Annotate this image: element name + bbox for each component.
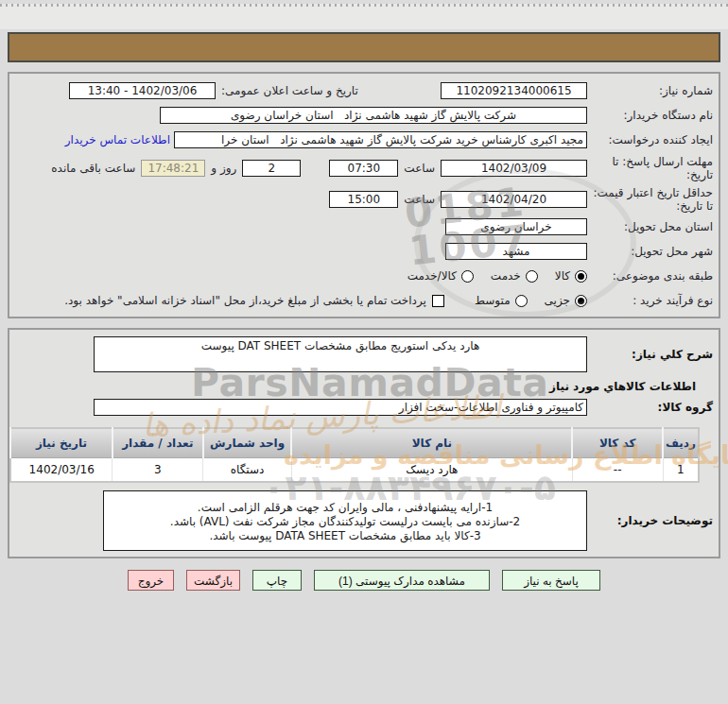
buyer-note-line: 2-سازنده می بایست درلیست تولیدکنندگان مج… bbox=[170, 515, 520, 529]
row-purchase-process: نوع فرآیند خرید : جزیی متوسط پرداخت تمام… bbox=[9, 288, 719, 313]
process-medium-label: متوسط bbox=[475, 294, 511, 307]
need-description-label: شرح کلي نیاز: bbox=[587, 348, 713, 361]
goods-group-label: گروه کالا: bbox=[587, 401, 713, 414]
remaining-days-field: 2 bbox=[242, 160, 301, 177]
response-deadline-time-field[interactable]: 07:30 bbox=[329, 160, 398, 177]
category-goods-label: کالا bbox=[555, 269, 570, 283]
row-need-description: شرح کلي نیاز: هارد یدکی استوریج مطابق مش… bbox=[9, 335, 719, 374]
buyer-note-line: 1-ارایه پیشنهادفنی ، مالی وایران کد جهت … bbox=[198, 501, 493, 515]
row-delivery-province: استان محل تحویل: خراسان رضوی bbox=[9, 215, 719, 239]
cell-row-number: 1 bbox=[663, 457, 699, 482]
buyer-contact-link[interactable]: اطلاعات تماس خریدار bbox=[65, 133, 170, 146]
cell-unit: دستگاه bbox=[203, 457, 292, 482]
buyer-org-label: نام دستگاه خریدار: bbox=[587, 109, 713, 122]
remaining-time-label: ساعت باقی مانده bbox=[51, 162, 135, 175]
deadline-hour-label: ساعت bbox=[404, 162, 435, 175]
row-goods-group: گروه کالا: کامپیوتر و فناوری اطلاعات-سخت… bbox=[9, 397, 719, 418]
col-header-item-name: نام کالا bbox=[291, 428, 572, 457]
response-deadline-date-field[interactable]: 1402/03/09 bbox=[441, 160, 587, 177]
row-price-validity: حداقل تاریخ اعتبار قیمت: تا تاریخ: 1402/… bbox=[9, 183, 719, 215]
category-goods-radio[interactable] bbox=[575, 270, 587, 283]
purchase-process-label: نوع فرآیند خرید : bbox=[587, 294, 713, 307]
respond-to-need-button[interactable]: پاسخ به نیاز bbox=[502, 570, 600, 591]
col-header-row-number: ردیف bbox=[663, 428, 699, 457]
delivery-city-field[interactable]: مشهد bbox=[445, 243, 587, 260]
process-medium-radio[interactable] bbox=[515, 295, 528, 307]
remaining-days-label: روز و bbox=[211, 162, 236, 175]
delivery-city-label: شهر محل تحویل: bbox=[587, 245, 713, 258]
col-header-need-date: تاریخ نیاز bbox=[10, 428, 113, 457]
items-section-heading: اطلاعات کالاهاي مورد نیاز bbox=[9, 374, 719, 397]
cell-item-name: هارد دیسک bbox=[291, 457, 572, 482]
delivery-province-label: استان محل تحویل: bbox=[587, 220, 713, 233]
table-row: 1 -- هارد دیسک دستگاه 3 1402/03/16 bbox=[10, 457, 699, 482]
goods-info-panel: شرح کلي نیاز: هارد یدکی استوریج مطابق مش… bbox=[8, 328, 720, 558]
page-title-bar bbox=[8, 32, 720, 62]
row-buyer-org: نام دستگاه خریدار: شرکت پالایش گاز شهید … bbox=[9, 103, 719, 128]
back-button[interactable]: بازگشت bbox=[186, 570, 240, 591]
price-validity-time-field[interactable]: 15:00 bbox=[329, 191, 398, 208]
price-validity-date-field[interactable]: 1402/04/20 bbox=[441, 191, 587, 208]
action-buttons-row: پاسخ به نیاز مشاهده مدارک پیوستی (1) چاپ… bbox=[0, 570, 728, 591]
subject-category-label: طبقه بندی موضوعی: bbox=[587, 269, 713, 283]
exit-button[interactable]: خروج bbox=[128, 570, 174, 591]
need-number-field[interactable]: 1102092134000615 bbox=[441, 82, 587, 99]
items-table: ردیف کد کالا نام کالا واحد شمارش تعداد /… bbox=[9, 427, 700, 483]
process-minor-label: جزیی bbox=[545, 294, 570, 307]
col-header-quantity: تعداد / مقدار bbox=[113, 428, 203, 457]
buyer-notes-label: توضیحات خریدار: bbox=[587, 514, 713, 527]
view-attached-docs-button[interactable]: مشاهده مدارک پیوستی (1) bbox=[314, 570, 490, 591]
price-validity-hour-label: ساعت bbox=[404, 193, 435, 206]
col-header-item-code: کد کالا bbox=[572, 428, 663, 457]
cell-quantity: 3 bbox=[113, 457, 203, 482]
row-requester: ایجاد کننده درخواست: مجید اکبری کارشناس … bbox=[9, 128, 719, 152]
need-info-panel: شماره نیاز: 1102092134000615 تاریخ و ساع… bbox=[8, 72, 720, 318]
row-delivery-city: شهر محل تحویل: مشهد bbox=[9, 239, 719, 264]
price-validity-label: حداقل تاریخ اعتبار قیمت: تا تاریخ: bbox=[587, 186, 713, 213]
col-header-unit: واحد شمارش bbox=[203, 428, 292, 457]
buyer-note-line: 3-کالا باید مطابق مشخصات DATA SHEET پیوس… bbox=[209, 529, 480, 543]
category-service-label: خدمت bbox=[491, 269, 521, 283]
announce-datetime-field[interactable]: 1402/03/06 - 13:40 bbox=[69, 82, 216, 99]
top-dotted-divider bbox=[0, 4, 728, 29]
row-subject-category: طبقه بندی موضوعی: کالا خدمت کالا/خدمت bbox=[9, 264, 719, 288]
cell-need-date: 1402/03/16 bbox=[10, 457, 113, 482]
remaining-time-countdown: 17:48:21 bbox=[141, 160, 205, 177]
goods-group-field[interactable]: کامپیوتر و فناوری اطلاعات-سخت افزار bbox=[94, 399, 587, 416]
response-deadline-label: مهلت ارسال پاسخ: تا تاریخ: bbox=[587, 155, 713, 181]
category-goods-service-label: کالا/خدمت bbox=[407, 269, 457, 283]
need-description-text: هارد یدکی استوریج مطابق مشخصات DAT SHEET… bbox=[201, 339, 480, 352]
print-button[interactable]: چاپ bbox=[252, 570, 302, 591]
category-service-radio[interactable] bbox=[526, 270, 538, 283]
treasury-bonds-checkbox[interactable] bbox=[432, 295, 444, 307]
row-response-deadline: مهلت ارسال پاسخ: تا تاریخ: 1402/03/09 سا… bbox=[9, 152, 719, 183]
buyer-notes-field[interactable]: 1-ارایه پیشنهادفنی ، مالی وایران کد جهت … bbox=[103, 490, 587, 551]
need-description-field[interactable]: هارد یدکی استوریج مطابق مشخصات DAT SHEET… bbox=[94, 336, 587, 372]
buyer-org-field[interactable]: شرکت پالایش گاز شهید هاشمی نژاد استان خر… bbox=[160, 107, 587, 124]
requester-label: ایجاد کننده درخواست: bbox=[587, 133, 713, 146]
requester-field[interactable]: مجید اکبری کارشناس خرید شرکت پالایش گاز … bbox=[174, 131, 587, 148]
treasury-bonds-label: پرداخت تمام یا بخشی از مبلغ خرید،از محل … bbox=[64, 294, 426, 307]
process-minor-radio[interactable] bbox=[575, 295, 587, 307]
row-buyer-notes: توضیحات خریدار: 1-ارایه پیشنهادفنی ، مال… bbox=[9, 489, 719, 553]
announce-datetime-label: تاریخ و ساعت اعلان عمومی: bbox=[221, 84, 358, 97]
need-number-label: شماره نیاز: bbox=[587, 84, 713, 97]
row-need-number: شماره نیاز: 1102092134000615 تاریخ و ساع… bbox=[9, 78, 719, 103]
delivery-province-field[interactable]: خراسان رضوی bbox=[445, 218, 587, 235]
items-table-header-row: ردیف کد کالا نام کالا واحد شمارش تعداد /… bbox=[10, 428, 699, 457]
cell-item-code: -- bbox=[572, 457, 663, 482]
category-goods-service-radio[interactable] bbox=[461, 270, 474, 283]
